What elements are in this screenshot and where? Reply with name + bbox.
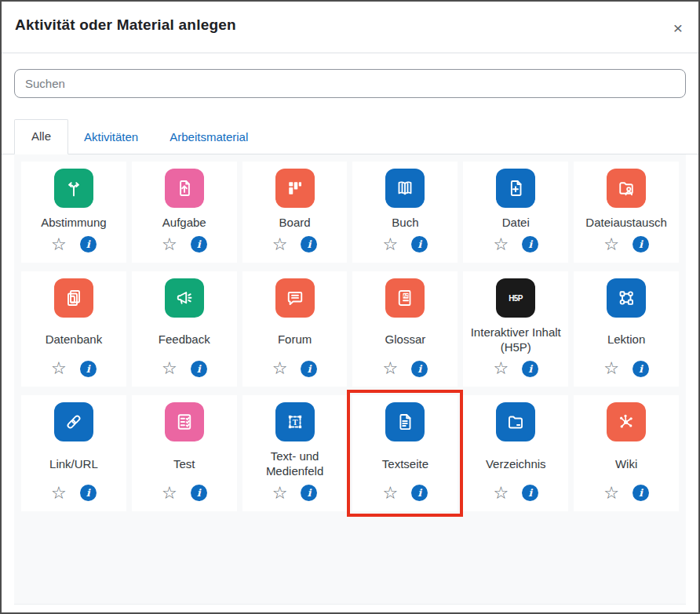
- tile-footer: ☆ i: [272, 485, 318, 502]
- info-icon[interactable]: i: [522, 236, 538, 253]
- tile-aufgabe[interactable]: Aufgabe ☆ i: [132, 162, 237, 263]
- tile-label: Text- und Medienfeld: [246, 449, 344, 479]
- tile-label: Board: [278, 216, 312, 231]
- tile-label: Forum: [276, 325, 313, 355]
- tile-footer: ☆ i: [272, 360, 318, 377]
- star-icon[interactable]: ☆: [493, 236, 509, 253]
- star-icon[interactable]: ☆: [51, 236, 67, 253]
- tile-buch[interactable]: Buch ☆ i: [352, 162, 458, 263]
- document-upload-icon: [165, 169, 204, 208]
- info-icon[interactable]: i: [633, 236, 649, 253]
- info-icon[interactable]: i: [522, 361, 538, 377]
- network-icon: [607, 402, 646, 441]
- tile-label: Dateiaustausch: [584, 216, 668, 231]
- tile-lektion[interactable]: Lektion ☆ i: [574, 271, 679, 387]
- info-icon[interactable]: i: [80, 361, 97, 377]
- checklist-icon: [165, 402, 204, 441]
- info-icon[interactable]: i: [411, 236, 428, 253]
- close-icon[interactable]: ×: [673, 16, 684, 36]
- tile-footer: ☆ i: [51, 236, 97, 253]
- tile-footer: ☆ i: [383, 485, 428, 502]
- stacked-files-icon: [54, 278, 93, 318]
- info-icon[interactable]: i: [633, 361, 649, 377]
- info-icon[interactable]: i: [522, 485, 538, 501]
- modal-header: Aktivität oder Material anlegen ×: [2, 2, 698, 53]
- text-page-icon: [385, 402, 425, 441]
- tab-alle[interactable]: Alle: [14, 119, 68, 154]
- tile-interaktiver-inhalt-h5p[interactable]: H5P Interaktiver Inhalt (H5P) ☆ i: [463, 271, 568, 387]
- tile-footer: ☆ i: [272, 236, 318, 253]
- star-icon[interactable]: ☆: [272, 485, 288, 502]
- tile-link-url[interactable]: Link/URL ☆ i: [21, 395, 126, 511]
- tile-footer: ☆ i: [603, 485, 649, 502]
- tile-footer: ☆ i: [51, 485, 97, 502]
- star-icon[interactable]: ☆: [383, 236, 399, 253]
- star-icon[interactable]: ☆: [603, 485, 619, 502]
- tab-arbeitsmaterial[interactable]: Arbeitsmaterial: [154, 120, 264, 154]
- info-icon[interactable]: i: [80, 485, 97, 501]
- tile-label: Feedback: [157, 325, 212, 355]
- tile-label: Datenbank: [44, 325, 104, 355]
- info-icon[interactable]: i: [301, 236, 317, 253]
- tile-label: Abstimmung: [39, 216, 108, 231]
- az-book-icon: AZ: [385, 278, 425, 318]
- star-icon[interactable]: ☆: [51, 485, 67, 502]
- tile-textseite[interactable]: Textseite ☆ i: [352, 395, 458, 511]
- tile-label: Textseite: [381, 449, 430, 479]
- star-icon[interactable]: ☆: [162, 236, 177, 253]
- star-icon[interactable]: ☆: [493, 360, 509, 377]
- tile-board[interactable]: Board ☆ i: [242, 162, 348, 263]
- tile-datei[interactable]: Datei ☆ i: [463, 162, 568, 263]
- star-icon[interactable]: ☆: [162, 485, 177, 502]
- tile-label: Wiki: [614, 449, 639, 479]
- info-icon[interactable]: i: [411, 361, 428, 377]
- star-icon[interactable]: ☆: [162, 360, 177, 377]
- kanban-icon: [275, 169, 315, 208]
- tile-footer: ☆ i: [162, 485, 207, 502]
- star-icon[interactable]: ☆: [272, 360, 288, 377]
- svg-text:AZ: AZ: [403, 294, 408, 298]
- info-icon[interactable]: i: [191, 236, 207, 253]
- tile-glossar[interactable]: AZ Glossar ☆ i: [352, 271, 458, 387]
- tile-label: Verzeichnis: [484, 449, 548, 479]
- search-input[interactable]: [14, 69, 686, 98]
- tile-datenbank[interactable]: Datenbank ☆ i: [21, 271, 126, 387]
- flowchart-icon: [607, 278, 646, 318]
- tile-footer: ☆ i: [162, 236, 207, 253]
- tile-label: Glossar: [384, 325, 428, 355]
- tile-footer: ☆ i: [493, 360, 538, 377]
- tile-label: Buch: [390, 216, 420, 231]
- star-icon[interactable]: ☆: [272, 236, 288, 253]
- tile-label: Test: [172, 449, 197, 479]
- tile-footer: ☆ i: [493, 485, 538, 502]
- star-icon[interactable]: ☆: [383, 360, 399, 377]
- chain-link-icon: [54, 402, 93, 441]
- tile-footer: ☆ i: [162, 360, 207, 377]
- star-icon[interactable]: ☆: [383, 485, 399, 502]
- tile-label: Interaktiver Inhalt (H5P): [467, 325, 564, 355]
- file-plus-icon: [496, 169, 535, 208]
- star-icon[interactable]: ☆: [493, 485, 509, 502]
- tile-wiki[interactable]: Wiki ☆ i: [574, 395, 679, 511]
- info-icon[interactable]: i: [191, 485, 207, 501]
- tile-forum[interactable]: Forum ☆ i: [242, 271, 348, 387]
- info-icon[interactable]: i: [633, 485, 649, 501]
- tile-test[interactable]: Test ☆ i: [132, 395, 237, 511]
- info-icon[interactable]: i: [80, 236, 97, 253]
- tile-verzeichnis[interactable]: Verzeichnis ☆ i: [463, 395, 568, 511]
- star-icon[interactable]: ☆: [603, 236, 619, 253]
- tile-text-und-medienfeld[interactable]: T Text- und Medienfeld ☆ i: [242, 395, 348, 511]
- tile-abstimmung[interactable]: Abstimmung ☆ i: [21, 162, 126, 263]
- info-icon[interactable]: i: [411, 485, 428, 501]
- info-icon[interactable]: i: [301, 361, 317, 377]
- tile-feedback[interactable]: Feedback ☆ i: [132, 271, 237, 387]
- activity-chooser-modal: Aktivität oder Material anlegen × Alle A…: [0, 0, 700, 614]
- tile-dateiaustausch[interactable]: Dateiaustausch ☆ i: [574, 162, 679, 263]
- star-icon[interactable]: ☆: [603, 360, 619, 377]
- tab-aktivitaeten[interactable]: Aktivitäten: [68, 120, 154, 154]
- info-icon[interactable]: i: [301, 485, 317, 501]
- search-bar: [14, 69, 686, 98]
- folder-user-icon: [607, 169, 646, 208]
- info-icon[interactable]: i: [191, 361, 207, 377]
- star-icon[interactable]: ☆: [51, 360, 67, 377]
